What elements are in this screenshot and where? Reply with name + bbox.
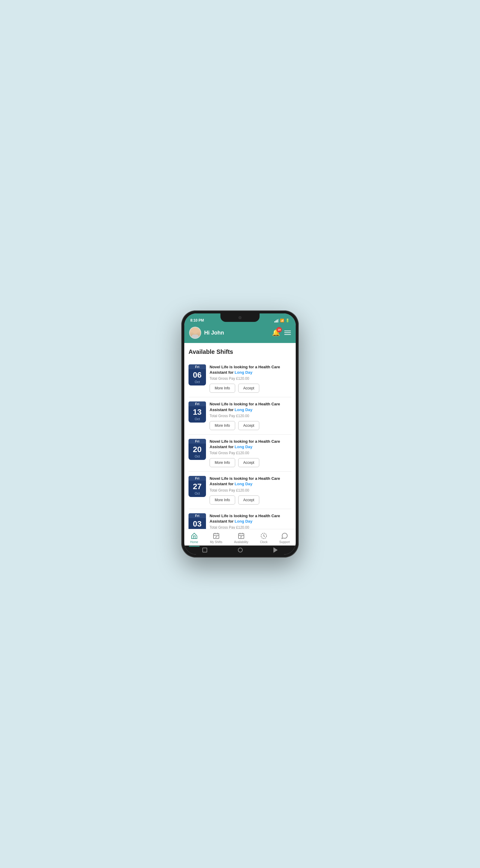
- shift-pay-4: Total Gross Pay £120.00: [210, 525, 292, 529]
- shift-info-0: Novel Life is looking for a Health Care …: [210, 364, 292, 393]
- shift-title-4: Novel Life is looking for a Health Care …: [210, 513, 292, 524]
- nav-label-my-shifts: My Shifts: [210, 540, 222, 544]
- phone-screen: 8:10 PM 📶 🔋: [184, 313, 296, 555]
- day-number-0: 06: [193, 371, 202, 379]
- shift-title-0: Novel Life is looking for a Health Care …: [210, 364, 292, 375]
- shift-info-3: Novel Life is looking for a Health Care …: [210, 476, 292, 504]
- shift-type-0: Long Day: [235, 370, 252, 375]
- hamburger-menu[interactable]: [284, 331, 291, 335]
- month-3: Oct: [195, 492, 200, 495]
- nav-label-clock: Clock: [260, 540, 267, 544]
- month-1: Oct: [195, 417, 200, 421]
- day-name-1: Fri: [188, 401, 206, 406]
- nav-item-support[interactable]: Support: [277, 532, 292, 544]
- accept-button-3[interactable]: Accept: [238, 495, 260, 504]
- more-info-button-2[interactable]: More Info: [210, 458, 235, 467]
- month-2: Oct: [195, 455, 200, 458]
- accept-button-0[interactable]: Accept: [238, 384, 260, 393]
- shift-pay-1: Total Gross Pay £120.00: [210, 414, 292, 418]
- shift-type-3: Long Day: [235, 482, 252, 486]
- shift-actions-1: More Info Accept: [210, 421, 292, 430]
- nav-active-indicator: [189, 546, 200, 547]
- home-icon: [191, 532, 198, 539]
- battery-icon: 🔋: [285, 318, 290, 322]
- svg-rect-0: [213, 533, 219, 538]
- day-number-3: 27: [193, 483, 202, 490]
- phone-shell: 8:10 PM 📶 🔋: [181, 310, 299, 558]
- status-icons: 📶 🔋: [274, 318, 290, 322]
- shift-card-4: Fri 03 Nov Novel Life is looking for a H…: [188, 509, 292, 529]
- shift-title-3: Novel Life is looking for a Health Care …: [210, 476, 292, 487]
- gesture-triangle: [273, 547, 278, 553]
- nav-label-availability: Availability: [234, 540, 248, 544]
- day-name-2: Fri: [188, 439, 206, 444]
- shift-title-1: Novel Life is looking for a Health Care …: [210, 401, 292, 412]
- shift-card-2: Fri 20 Oct Novel Life is looking for a H…: [188, 435, 292, 472]
- menu-line-1: [284, 331, 291, 331]
- app-header: Hi John 🔔 19: [184, 324, 296, 343]
- day-name-0: Fri: [188, 364, 206, 369]
- more-info-button-1[interactable]: More Info: [210, 421, 235, 430]
- nav-item-clock[interactable]: Clock: [258, 532, 270, 544]
- menu-line-3: [284, 334, 291, 335]
- shift-actions-2: More Info Accept: [210, 458, 292, 467]
- main-content: Available Shifts Fri 06 Oct Novel Life i…: [184, 343, 296, 529]
- menu-line-2: [284, 333, 291, 333]
- date-badge-4: Fri 03 Nov: [188, 513, 206, 529]
- day-number-1: 13: [193, 408, 202, 416]
- day-name-4: Fri: [188, 513, 206, 518]
- shift-card-3: Fri 27 Oct Novel Life is looking for a H…: [188, 472, 292, 509]
- date-badge-0: Fri 06 Oct: [188, 364, 206, 385]
- nav-label-support: Support: [279, 540, 290, 544]
- availability-icon: [238, 532, 245, 539]
- day-number-2: 20: [193, 445, 202, 453]
- signal-icon: [274, 319, 279, 322]
- shift-type-4: Long Day: [235, 519, 252, 524]
- notification-badge: 19: [276, 327, 282, 333]
- header-right: 🔔 19: [272, 329, 291, 337]
- phone-notch: [220, 313, 260, 322]
- nav-item-my-shifts[interactable]: My Shifts: [207, 532, 225, 544]
- shift-pay-0: Total Gross Pay £120.00: [210, 376, 292, 381]
- shifts-list: Fri 06 Oct Novel Life is looking for a H…: [188, 360, 292, 529]
- avatar-body: [192, 335, 199, 338]
- accept-button-2[interactable]: Accept: [238, 458, 260, 467]
- day-number-4: 03: [193, 520, 202, 528]
- bottom-nav: Home My Shifts Availability: [184, 529, 296, 546]
- header-greeting: Hi John: [204, 330, 224, 336]
- shift-pay-2: Total Gross Pay £120.00: [210, 451, 292, 455]
- date-badge-2: Fri 20 Oct: [188, 439, 206, 460]
- notification-bell[interactable]: 🔔 19: [272, 329, 280, 337]
- gesture-square: [202, 548, 207, 553]
- avatar-head: [193, 329, 198, 334]
- shift-card-1: Fri 13 Oct Novel Life is looking for a H…: [188, 397, 292, 434]
- nav-item-home[interactable]: Home: [188, 532, 201, 544]
- date-badge-1: Fri 13 Oct: [188, 401, 206, 423]
- wifi-icon: 📶: [280, 318, 284, 322]
- shift-info-4: Novel Life is looking for a Health Care …: [210, 513, 292, 529]
- shift-actions-0: More Info Accept: [210, 384, 292, 393]
- shift-card-0: Fri 06 Oct Novel Life is looking for a H…: [188, 360, 292, 397]
- avatar[interactable]: [189, 327, 201, 339]
- support-icon: [281, 532, 288, 539]
- nav-item-availability[interactable]: Availability: [232, 532, 250, 544]
- gesture-bar: [184, 546, 296, 555]
- day-name-3: Fri: [188, 476, 206, 481]
- more-info-button-3[interactable]: More Info: [210, 495, 235, 504]
- clock-icon: [260, 532, 267, 539]
- shift-info-1: Novel Life is looking for a Health Care …: [210, 401, 292, 430]
- shift-type-2: Long Day: [235, 444, 252, 449]
- month-0: Oct: [195, 380, 200, 384]
- camera: [239, 316, 241, 319]
- header-left: Hi John: [189, 327, 224, 339]
- accept-button-1[interactable]: Accept: [238, 421, 260, 430]
- shift-pay-3: Total Gross Pay £120.00: [210, 488, 292, 493]
- gesture-circle: [238, 548, 243, 553]
- shift-actions-3: More Info Accept: [210, 495, 292, 504]
- page-title: Available Shifts: [188, 348, 292, 355]
- shift-info-2: Novel Life is looking for a Health Care …: [210, 439, 292, 467]
- more-info-button-0[interactable]: More Info: [210, 384, 235, 393]
- my-shifts-icon: [213, 532, 220, 539]
- status-time: 8:10 PM: [190, 318, 204, 322]
- avatar-image: [190, 327, 201, 338]
